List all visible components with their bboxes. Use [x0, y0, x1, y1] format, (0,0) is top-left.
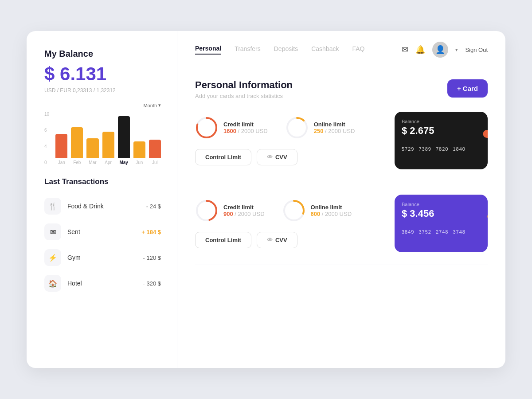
credit-limit-text: Credit limit 900 / 2000 USD: [223, 204, 265, 217]
credit-card-visual: Balance$ 2.6755729738978201840: [395, 112, 488, 169]
card-number-part: 7389: [419, 146, 431, 152]
limits-row: Credit limit 900 / 2000 USDOnline limit …: [195, 199, 384, 222]
transactions-title: Last Transactions: [44, 177, 161, 186]
bar-column: Jul: [149, 140, 161, 165]
section-subtitle: Add your cards and track statistics: [195, 93, 293, 99]
svg-point-11: [457, 195, 488, 226]
card-row: Credit limit 1600 / 2000 USDOnline limit…: [195, 112, 488, 182]
control-limit-button[interactable]: Control Limit: [195, 149, 251, 165]
svg-point-12: [466, 195, 488, 217]
bar-column: Jan: [55, 134, 67, 165]
card-info: Credit limit 900 / 2000 USDOnline limit …: [195, 199, 384, 248]
bars-group: JanFebMarAprMayJunJul: [55, 116, 161, 165]
cvv-button[interactable]: 👁 CVV: [257, 149, 297, 165]
transaction-name: Sent: [67, 228, 135, 235]
transaction-amount: - 120 $: [143, 254, 161, 261]
credit-limit-donut: [195, 199, 218, 222]
navigation: PersonalTransfersDepositsCashbackFAQ ✉ 🔔…: [177, 31, 505, 65]
card-number-part: 5729: [402, 146, 414, 152]
credit-card-visual: Balance$ 3.4563849375227483748: [395, 195, 488, 252]
card-number-part: 3849: [402, 229, 414, 235]
credit-limit-item: Credit limit 900 / 2000 USD: [195, 199, 265, 222]
bar-column: Apr: [102, 132, 114, 165]
card-row: Credit limit 900 / 2000 USDOnline limit …: [195, 195, 488, 265]
chevron-down-icon: ▾: [455, 47, 458, 53]
limits-row: Credit limit 1600 / 2000 USDOnline limit…: [195, 116, 384, 139]
transaction-name: Food & Drink: [67, 203, 140, 210]
bar-column: May: [118, 116, 130, 165]
chart-bar[interactable]: [149, 140, 161, 158]
chart-bar[interactable]: [102, 132, 114, 158]
nav-tab-transfers[interactable]: Transfers: [235, 45, 261, 55]
transaction-name: Hotel: [67, 280, 137, 287]
balance-amount: $ 6.131: [44, 63, 161, 85]
bar-label: Jul: [152, 160, 158, 165]
chart-bar[interactable]: [118, 116, 130, 158]
online-limit-donut: [286, 116, 309, 139]
transactions-list: 🍴Food & Drink- 24 $✉Sent+ 184 $⚡Gym- 120…: [44, 193, 161, 296]
credit-limit-text: Credit limit 1600 / 2000 USD: [223, 121, 268, 134]
transaction-icon: 🏠: [44, 275, 61, 292]
bar-label: May: [119, 160, 128, 165]
card-actions: Control Limit👁 CVV: [195, 149, 384, 165]
mail-button[interactable]: ✉: [402, 45, 408, 55]
transaction-icon: 🍴: [44, 198, 61, 215]
bar-label: Mar: [89, 160, 96, 165]
bar-label: Apr: [105, 160, 112, 165]
bar-column: Feb: [71, 127, 83, 165]
balance-title: My Balance: [44, 49, 161, 59]
transaction-item: 🍴Food & Drink- 24 $: [44, 193, 161, 219]
online-limit-text: Online limit 600 / 2000 USD: [311, 204, 352, 217]
bar-column: Jun: [133, 141, 145, 165]
transaction-icon: ✉: [44, 223, 61, 240]
nav-actions: ✉ 🔔 👤 ▾ Sign Out: [402, 42, 488, 58]
cvv-button[interactable]: 👁 CVV: [257, 232, 297, 248]
chart-bar[interactable]: [71, 127, 83, 158]
nav-tab-cashback[interactable]: Cashback: [311, 45, 339, 55]
control-limit-button[interactable]: Control Limit: [195, 232, 251, 248]
transaction-amount: - 320 $: [143, 280, 161, 287]
nav-tab-personal[interactable]: Personal: [195, 45, 221, 55]
bar-column: Mar: [86, 138, 98, 165]
svg-point-13: [463, 228, 488, 252]
online-limit-donut: [282, 199, 305, 222]
nav-tab-faq[interactable]: FAQ: [352, 45, 364, 55]
card-actions: Control Limit👁 CVV: [195, 232, 384, 248]
card-decoration: [430, 112, 488, 169]
card-number-part: 3752: [419, 229, 431, 235]
bar-label: Jan: [58, 160, 65, 165]
cards-list: Credit limit 1600 / 2000 USDOnline limit…: [195, 112, 488, 265]
transaction-amount: + 184 $: [141, 229, 161, 235]
online-limit-text: Online limit 250 / 2000 USD: [314, 121, 355, 134]
notification-button[interactable]: 🔔: [415, 45, 425, 55]
transaction-name: Gym: [67, 254, 137, 261]
transaction-icon: ⚡: [44, 249, 61, 266]
chart-bar[interactable]: [55, 134, 67, 158]
transaction-item: ⚡Gym- 120 $: [44, 245, 161, 270]
chart-y-labels: 0 4 6 10: [44, 112, 49, 165]
svg-point-5: [466, 112, 488, 134]
chart-month-button[interactable]: Month ▾: [143, 102, 161, 108]
transaction-item: ✉Sent+ 184 $: [44, 219, 161, 245]
signout-button[interactable]: Sign Out: [465, 47, 488, 53]
credit-limit-item: Credit limit 1600 / 2000 USD: [195, 116, 268, 139]
chart-container: Month ▾ 0 4 6 10 JanFebMarAprMayJunJul: [44, 102, 161, 165]
section-title: Personal Information: [195, 79, 293, 91]
card-info: Credit limit 1600 / 2000 USDOnline limit…: [195, 116, 384, 165]
nav-tabs: PersonalTransfersDepositsCashbackFAQ: [195, 45, 402, 55]
online-limit-item: Online limit 250 / 2000 USD: [286, 116, 355, 139]
add-card-button[interactable]: + Card: [447, 79, 488, 98]
online-limit-item: Online limit 600 / 2000 USD: [282, 199, 352, 222]
transaction-amount: - 24 $: [146, 203, 161, 210]
chart-bar[interactable]: [86, 138, 98, 158]
main-area: PersonalTransfersDepositsCashbackFAQ ✉ 🔔…: [177, 31, 505, 368]
svg-point-6: [463, 145, 488, 169]
chart-bar[interactable]: [133, 141, 145, 158]
nav-tab-deposits[interactable]: Deposits: [274, 45, 298, 55]
sidebar: My Balance $ 6.131 USD / EUR 0,23313 / 1…: [27, 31, 177, 368]
main-content: Personal Information Add your cards and …: [177, 65, 505, 368]
avatar: 👤: [432, 42, 448, 58]
balance-rates: USD / EUR 0,23313 / 1,32312: [44, 87, 161, 94]
section-header: Personal Information Add your cards and …: [195, 79, 488, 99]
app-container: My Balance $ 6.131 USD / EUR 0,23313 / 1…: [27, 31, 505, 368]
